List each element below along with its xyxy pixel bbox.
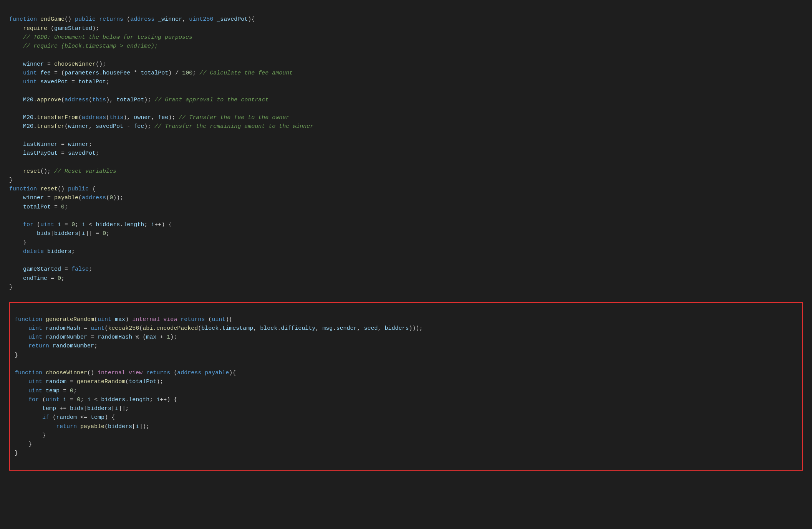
line-31: } [9,284,13,291]
line-8: uint savedPot = totalPot; [9,79,109,85]
line-34: uint randomNumber = randomHash % (max + … [15,334,177,341]
line-18: reset(); // Reset variables [9,168,116,175]
line-35: return randomNumber; [15,343,98,349]
line-28 [9,257,13,264]
line-3: // TODO: Uncomment the below for testing… [9,34,192,41]
line-11 [9,106,13,112]
line-37 [15,361,18,367]
line-17 [9,159,13,165]
line-16: lastPayOut = savedPot; [9,150,99,157]
line-24: for (uint i = 0; i < bidders.length; i++… [9,222,172,228]
line-46: } [15,441,32,448]
line-27: delete bidders; [9,248,75,255]
line-41: for (uint i = 0; i < bidders.length; i++… [15,397,177,403]
code-editor: function endGame() public returns (addre… [0,0,812,477]
line-7: uint fee = (parameters.houseFee * totalP… [9,70,293,76]
line-6: winner = chooseWinner(); [9,61,106,68]
highlighted-code-block: function generateRandom(uint max) intern… [9,302,803,471]
line-30: endTime = 0; [9,275,65,282]
line-12: M20.transferFrom(address(this), owner, f… [9,114,289,121]
line-47: } [15,450,18,456]
line-36: } [15,352,18,359]
line-4: // require (block.timestamp > endTime); [9,43,158,50]
line-26: } [9,240,27,246]
line-14 [9,132,13,139]
line-32: function generateRandom(uint max) intern… [15,316,232,323]
line-10: M20.approve(address(this), totalPot); //… [9,97,268,103]
line-33: uint randomHash = uint(keccak256(abi.enc… [15,325,423,332]
line-23 [9,213,13,219]
line-21: winner = payable(address(0)); [9,195,123,201]
line-25: bids[bidders[i]] = 0; [9,230,109,237]
code-content: function endGame() public returns (addre… [9,6,803,301]
line-20: function reset() public { [9,186,96,192]
highlighted-code-content: function generateRandom(uint max) intern… [15,306,797,467]
line-29: gameStarted = false; [9,266,92,273]
line-40: uint temp = 0; [15,388,77,394]
line-15: lastWinner = winner; [9,141,92,148]
line-9 [9,88,13,94]
line-2: require (gameStarted); [9,25,99,32]
line-42: temp += bids[bidders[i]]; [15,405,129,412]
line-43: if (random <= temp) { [15,414,115,421]
line-22: totalPot = 0; [9,204,68,210]
line-19: } [9,177,13,183]
line-5 [9,52,13,58]
line-45: } [15,432,46,439]
line-1: function endGame() public returns (addre… [9,16,255,23]
line-44: return payable(bidders[i]); [15,423,149,430]
line-38: function chooseWinner() internal view re… [15,370,236,376]
line-13: M20.transfer(winner, savedPot - fee); //… [9,123,313,130]
line-39: uint random = generateRandom(totalPot); [15,379,163,385]
